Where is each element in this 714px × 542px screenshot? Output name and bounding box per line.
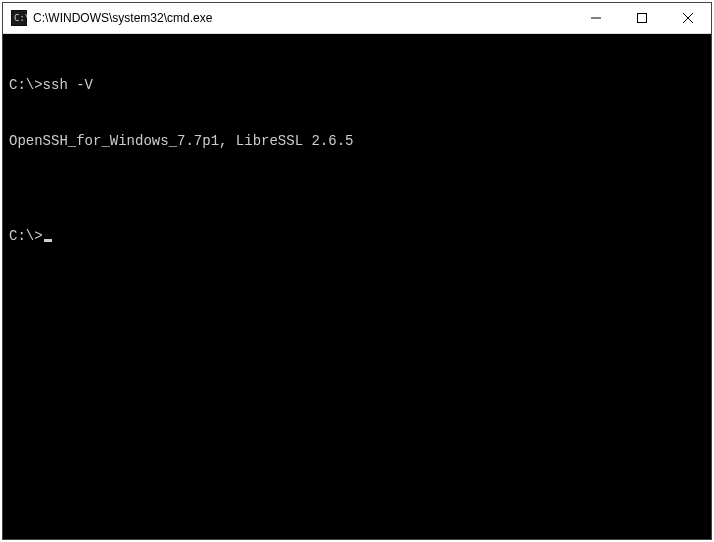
command-text: ssh -V [43,77,93,93]
svg-text:C:\: C:\ [14,13,27,23]
terminal-line: C:\> [9,227,705,246]
terminal-output: OpenSSH_for_Windows_7.7p1, LibreSSL 2.6.… [9,132,705,151]
cmd-icon: C:\ [11,10,27,26]
titlebar[interactable]: C:\ C:\WINDOWS\system32\cmd.exe [3,3,711,34]
minimize-button[interactable] [573,3,619,33]
minimize-icon [591,13,601,23]
prompt: C:\> [9,228,43,244]
window-title: C:\WINDOWS\system32\cmd.exe [33,11,573,25]
maximize-icon [637,13,647,23]
maximize-button[interactable] [619,3,665,33]
cmd-window: C:\ C:\WINDOWS\system32\cmd.exe [2,2,712,540]
prompt: C:\> [9,77,43,93]
terminal-line: C:\>ssh -V [9,76,705,95]
svg-rect-4 [638,14,647,23]
close-icon [683,13,693,23]
window-controls [573,3,711,33]
close-button[interactable] [665,3,711,33]
cursor [44,239,52,242]
terminal-area[interactable]: C:\>ssh -V OpenSSH_for_Windows_7.7p1, Li… [3,34,711,539]
